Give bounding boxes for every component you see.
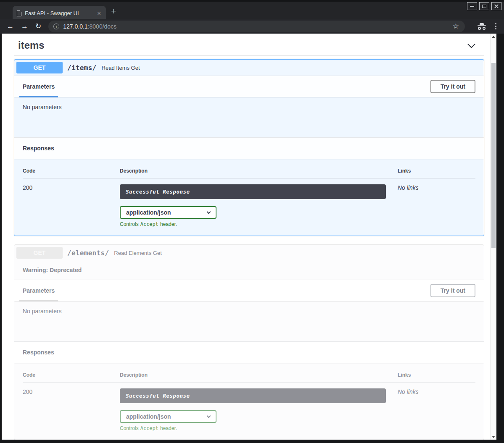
chevron-down-icon <box>467 40 475 48</box>
responses-title: Responses <box>23 349 54 356</box>
window-controls <box>467 2 501 10</box>
opblock-get-items: GET /items/ Read Items Get Parameters Tr… <box>14 59 484 236</box>
opblock-summary[interactable]: GET /elements/ Read Elements Get <box>14 245 484 261</box>
bookmark-star-icon[interactable]: ☆ <box>453 22 459 31</box>
media-type-value: application/json <box>126 413 171 420</box>
maximize-button[interactable] <box>479 2 489 10</box>
response-links: No links <box>398 383 475 431</box>
col-code: Code <box>23 168 120 178</box>
no-parameters-text: No parameters <box>14 301 484 341</box>
col-links: Links <box>398 372 475 383</box>
deprecated-warning: Warning: Deprecated <box>14 261 484 280</box>
browser-menu-icon[interactable] <box>493 23 499 29</box>
accept-header-message: ControlsAcceptheader. <box>120 425 398 431</box>
accept-header-message: ControlsAcceptheader. <box>120 221 398 227</box>
tag-divider <box>14 55 484 55</box>
media-type-select[interactable]: application/json <box>120 410 216 423</box>
browser-toolbar: ← → ↻ i 127.0.0.1:8000/docs ☆ <box>0 19 504 34</box>
chevron-down-icon <box>207 414 211 418</box>
response-description-cell: Successful Response application/json Con… <box>120 178 398 227</box>
col-description: Description <box>120 372 398 383</box>
browser-titlebar: Fast API - Swagger UI × + <box>0 0 504 19</box>
url-host: 127.0.0.1 <box>63 23 87 30</box>
method-badge: GET <box>16 247 63 259</box>
endpoint-summary: Read Items Get <box>102 65 140 71</box>
incognito-icon[interactable] <box>477 23 487 30</box>
endpoint-path: /items/ <box>67 64 97 72</box>
url-path: :8000/docs <box>88 23 117 30</box>
media-type-value: application/json <box>126 209 171 216</box>
responses-table-header: Code Description Links <box>23 372 475 383</box>
no-parameters-text: No parameters <box>14 97 484 137</box>
scrollbar-thumb[interactable] <box>491 63 496 248</box>
response-row-200: 200 Successful Response application/json… <box>23 178 475 227</box>
tab-title: Fast API - Swagger UI <box>25 10 93 16</box>
browser-tab[interactable]: Fast API - Swagger UI × <box>13 6 106 21</box>
back-button[interactable]: ← <box>7 23 14 30</box>
tab-parameters[interactable]: Parameters <box>19 280 58 301</box>
forward-button[interactable]: → <box>21 23 28 30</box>
maximize-icon <box>482 5 486 8</box>
minimize-icon <box>470 6 474 7</box>
response-description: Successful Response <box>120 184 386 199</box>
endpoint-summary: Read Elements Get <box>114 250 161 256</box>
media-type-select[interactable]: application/json <box>120 206 216 219</box>
scrollbar[interactable] <box>490 34 496 440</box>
opblock-get-elements-deprecated: GET /elements/ Read Elements Get Warning… <box>14 244 484 440</box>
responses-body: Code Description Links 200 Successful Re… <box>14 159 484 236</box>
endpoint-path: /elements/ <box>67 249 109 257</box>
new-tab-button[interactable]: + <box>111 7 116 16</box>
opblock-summary[interactable]: GET /items/ Read Items Get <box>14 60 484 76</box>
responses-header: Responses <box>14 341 484 363</box>
scrollbar-down-button[interactable] <box>491 434 496 440</box>
try-it-out-button[interactable]: Try it out <box>430 284 475 297</box>
col-links: Links <box>398 168 475 178</box>
close-icon <box>494 4 499 9</box>
response-row-200: 200 Successful Response application/json… <box>23 383 475 431</box>
swagger-page: items GET /items/ Read Items Get Paramet… <box>2 34 490 440</box>
tab-close-icon[interactable]: × <box>96 10 102 16</box>
tag-title: items <box>18 39 45 51</box>
minimize-button[interactable] <box>467 2 477 10</box>
close-button[interactable] <box>491 2 501 10</box>
page-favicon-icon <box>17 10 21 16</box>
address-bar[interactable]: i 127.0.0.1:8000/docs ☆ <box>48 21 465 32</box>
scrollbar-up-button[interactable] <box>491 34 496 39</box>
tab-parameters[interactable]: Parameters <box>19 76 58 97</box>
chevron-down-icon <box>207 210 211 214</box>
method-badge: GET <box>16 62 63 73</box>
try-it-out-button[interactable]: Try it out <box>430 80 475 93</box>
response-code: 200 <box>23 178 120 227</box>
response-description: Successful Response <box>120 388 386 403</box>
col-code: Code <box>23 372 120 383</box>
tag-section-header-items[interactable]: items <box>14 37 484 51</box>
url-text: 127.0.0.1:8000/docs <box>63 23 453 30</box>
responses-title: Responses <box>23 145 54 152</box>
response-code: 200 <box>23 383 120 431</box>
reload-button[interactable]: ↻ <box>35 23 41 30</box>
col-description: Description <box>120 168 398 178</box>
responses-table-header: Code Description Links <box>23 168 475 178</box>
responses-body: Code Description Links 200 Successful Re… <box>14 363 484 440</box>
parameters-header: Parameters Try it out <box>14 280 484 301</box>
site-info-icon[interactable]: i <box>53 24 59 29</box>
parameters-header: Parameters Try it out <box>14 76 484 97</box>
response-description-cell: Successful Response application/json Con… <box>120 383 398 431</box>
responses-header: Responses <box>14 137 484 159</box>
response-links: No links <box>398 178 475 227</box>
